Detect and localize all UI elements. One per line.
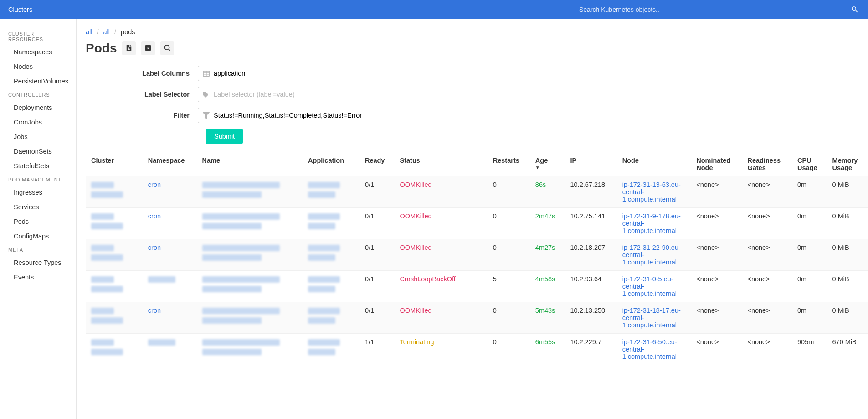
redacted-cell bbox=[197, 239, 303, 271]
sidebar-item-nodes[interactable]: Nodes bbox=[0, 59, 76, 74]
cell-ready: 1/1 bbox=[360, 334, 395, 365]
breadcrumb-link-all-1[interactable]: all bbox=[86, 28, 92, 36]
cell-memory: 0 MiB bbox=[827, 176, 868, 208]
cell-node: ip-172-31-13-63.eu-central-1.compute.int… bbox=[617, 176, 691, 208]
cell-status: Terminating bbox=[395, 334, 488, 365]
sidebar-item-daemonsets[interactable]: DaemonSets bbox=[0, 144, 76, 159]
filter-search-button[interactable] bbox=[160, 41, 174, 55]
redacted-cell bbox=[86, 334, 143, 365]
nav-clusters[interactable]: Clusters bbox=[8, 6, 32, 13]
redacted-cell bbox=[86, 239, 143, 271]
cell-age: 4m58s bbox=[530, 271, 565, 302]
label-columns-input[interactable] bbox=[198, 66, 868, 81]
cell-restarts: 0 bbox=[488, 302, 530, 334]
sidebar-item-configmaps[interactable]: ConfigMaps bbox=[0, 229, 76, 243]
column-header-memory-usage[interactable]: Memory Usage bbox=[827, 152, 868, 176]
redacted-cell bbox=[303, 334, 360, 365]
namespace-link[interactable]: cron bbox=[148, 244, 161, 251]
table-row[interactable]: cron0/1OOMKilled04m27s10.2.18.207ip-172-… bbox=[86, 239, 868, 271]
column-header-ip[interactable]: IP bbox=[565, 152, 616, 176]
download-button[interactable] bbox=[122, 41, 136, 55]
column-header-restarts[interactable]: Restarts bbox=[488, 152, 530, 176]
global-search bbox=[577, 3, 860, 16]
column-header-node[interactable]: Node bbox=[617, 152, 691, 176]
column-header-namespace[interactable]: Namespace bbox=[143, 152, 197, 176]
column-header-ready[interactable]: Ready bbox=[360, 152, 395, 176]
redacted-cell bbox=[197, 208, 303, 239]
breadcrumb-sep: / bbox=[97, 28, 99, 36]
cell-ip: 10.2.229.7 bbox=[565, 334, 616, 365]
cell-nominated-node: <none> bbox=[691, 302, 742, 334]
column-header-application[interactable]: Application bbox=[303, 152, 360, 176]
node-link[interactable]: ip-172-31-9-178.eu-central-1.compute.int… bbox=[622, 212, 681, 234]
cell-status: OOMKilled bbox=[395, 302, 488, 334]
cell-restarts: 0 bbox=[488, 334, 530, 365]
cell-memory: 0 MiB bbox=[827, 208, 868, 239]
search-input[interactable] bbox=[577, 3, 846, 16]
breadcrumb-link-all-2[interactable]: all bbox=[103, 28, 110, 36]
sidebar-item-statefulsets[interactable]: StatefulSets bbox=[0, 159, 76, 173]
namespace-link[interactable]: cron bbox=[148, 212, 161, 220]
cell-ready: 0/1 bbox=[360, 271, 395, 302]
submit-button[interactable]: Submit bbox=[206, 129, 243, 144]
sidebar-section-header: POD MANAGEMENT bbox=[0, 173, 76, 185]
node-link[interactable]: ip-172-31-13-63.eu-central-1.compute.int… bbox=[622, 181, 681, 203]
sidebar-item-ingresses[interactable]: Ingresses bbox=[0, 185, 76, 200]
cell-readiness-gates: <none> bbox=[742, 208, 792, 239]
column-header-cluster[interactable]: Cluster bbox=[86, 152, 143, 176]
cell-node: ip-172-31-18-17.eu-central-1.compute.int… bbox=[617, 302, 691, 334]
sidebar-item-events[interactable]: Events bbox=[0, 270, 76, 285]
node-link[interactable]: ip-172-31-18-17.eu-central-1.compute.int… bbox=[622, 307, 681, 329]
cell-cpu: 0m bbox=[792, 176, 827, 208]
sidebar-item-pods[interactable]: Pods bbox=[0, 214, 76, 229]
expand-button[interactable] bbox=[141, 41, 155, 55]
namespace-link[interactable]: cron bbox=[148, 181, 161, 188]
redacted-cell bbox=[303, 208, 360, 239]
label-selector-input[interactable] bbox=[198, 87, 868, 102]
filter-input[interactable] bbox=[198, 108, 868, 123]
table-row[interactable]: cron0/1OOMKilled05m43s10.2.13.250ip-172-… bbox=[86, 302, 868, 334]
node-link[interactable]: ip-172-31-6-50.eu-central-1.compute.inte… bbox=[622, 338, 677, 360]
cell-memory: 0 MiB bbox=[827, 302, 868, 334]
cell-namespace bbox=[143, 271, 197, 302]
cell-namespace: cron bbox=[143, 208, 197, 239]
column-header-readiness-gates[interactable]: Readiness Gates bbox=[742, 152, 792, 176]
cell-ip: 10.2.13.250 bbox=[565, 302, 616, 334]
cell-memory: 0 MiB bbox=[827, 239, 868, 271]
filter-label: Filter bbox=[86, 112, 198, 119]
sidebar-item-deployments[interactable]: Deployments bbox=[0, 100, 76, 115]
cell-cpu: 905m bbox=[792, 334, 827, 365]
cell-ready: 0/1 bbox=[360, 208, 395, 239]
namespace-link[interactable]: cron bbox=[148, 307, 161, 314]
table-row[interactable]: cron0/1OOMKilled02m47s10.2.75.141ip-172-… bbox=[86, 208, 868, 239]
table-row[interactable]: cron0/1OOMKilled086s10.2.67.218ip-172-31… bbox=[86, 176, 868, 208]
cell-cpu: 0m bbox=[792, 271, 827, 302]
cell-node: ip-172-31-0-5.eu-central-1.compute.inter… bbox=[617, 271, 691, 302]
column-header-cpu-usage[interactable]: CPU Usage bbox=[792, 152, 827, 176]
column-header-nominated-node[interactable]: Nominated Node bbox=[691, 152, 742, 176]
sidebar-item-jobs[interactable]: Jobs bbox=[0, 129, 76, 144]
sidebar-item-namespaces[interactable]: Namespaces bbox=[0, 45, 76, 59]
cell-ready: 0/1 bbox=[360, 239, 395, 271]
node-link[interactable]: ip-172-31-0-5.eu-central-1.compute.inter… bbox=[622, 275, 677, 297]
column-header-status[interactable]: Status bbox=[395, 152, 488, 176]
cell-ready: 0/1 bbox=[360, 176, 395, 208]
file-download-icon bbox=[126, 45, 132, 52]
sidebar-item-resource-types[interactable]: Resource Types bbox=[0, 255, 76, 270]
sidebar-item-cronjobs[interactable]: CronJobs bbox=[0, 115, 76, 129]
table-row[interactable]: 1/1Terminating06m55s10.2.229.7ip-172-31-… bbox=[86, 334, 868, 365]
cell-age: 5m43s bbox=[530, 302, 565, 334]
sidebar-item-services[interactable]: Services bbox=[0, 200, 76, 214]
breadcrumb-sep: / bbox=[114, 28, 116, 36]
cell-cpu: 0m bbox=[792, 208, 827, 239]
column-header-name[interactable]: Name bbox=[197, 152, 303, 176]
table-row[interactable]: 0/1CrashLoopBackOff54m58s10.2.93.64ip-17… bbox=[86, 271, 868, 302]
page-title: Pods bbox=[86, 41, 117, 56]
cell-status: OOMKilled bbox=[395, 239, 488, 271]
main-content: all / all / pods Pods bbox=[77, 19, 868, 419]
node-link[interactable]: ip-172-31-22-90.eu-central-1.compute.int… bbox=[622, 244, 681, 266]
sidebar-item-persistentvolumes[interactable]: PersistentVolumes bbox=[0, 74, 76, 88]
cell-ip: 10.2.18.207 bbox=[565, 239, 616, 271]
column-header-age[interactable]: Age▼ bbox=[530, 152, 565, 176]
search-icon[interactable] bbox=[850, 5, 860, 15]
